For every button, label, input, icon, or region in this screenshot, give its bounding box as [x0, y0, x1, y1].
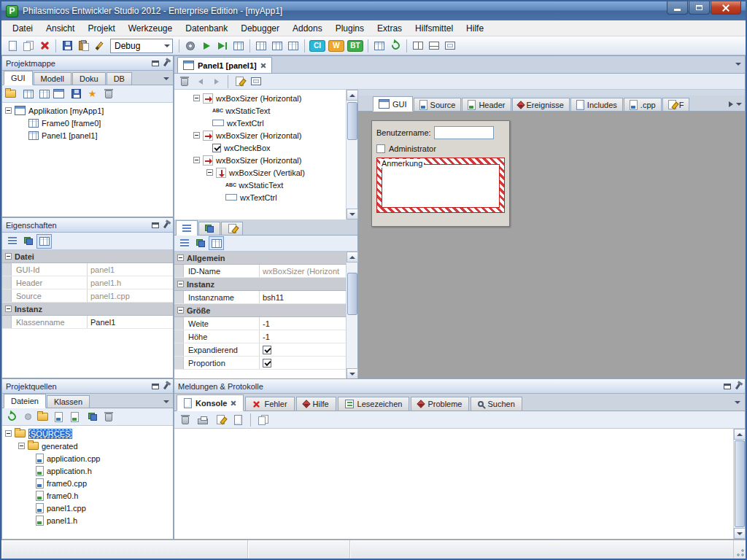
messages-header[interactable]: Meldungen & Protokolle [174, 379, 745, 394]
close-konsole-tab-icon[interactable] [231, 400, 236, 406]
benutzername-input[interactable] [434, 126, 494, 139]
collapse-icon[interactable] [5, 306, 12, 312]
bt-badge-button[interactable]: BT [347, 40, 363, 52]
tab-konsole[interactable]: Konsole [177, 394, 244, 411]
pin-icon[interactable] [163, 222, 169, 228]
sync-button[interactable] [20, 410, 36, 424]
property-value[interactable]: panel1.h [88, 276, 173, 289]
float-panel-icon[interactable] [724, 384, 731, 389]
tree-item-file[interactable]: application.h [2, 464, 173, 477]
widget-item-statictext[interactable]: ABC wxStaticText [174, 104, 346, 117]
property-row-proportion[interactable]: Proportion [174, 357, 346, 370]
tab-gui[interactable]: GUI [4, 71, 33, 85]
pin-icon[interactable] [163, 60, 169, 66]
table-data-button[interactable] [285, 38, 301, 54]
widget-item-statictext[interactable]: ABC wxStaticText [174, 179, 346, 191]
collapse-icon[interactable] [193, 132, 200, 139]
scroll-down-button[interactable] [734, 528, 746, 539]
tab-cpp[interactable]: .cpp [624, 98, 662, 111]
tree-item-file[interactable]: panel1.h [2, 514, 173, 526]
db-table-button[interactable] [371, 38, 387, 54]
tree-item-frame0[interactable]: Frame0 [frame0] [2, 117, 173, 129]
save-button[interactable] [59, 38, 75, 54]
section-instanz[interactable]: Instanz [2, 303, 173, 316]
menu-hilfsmittel[interactable]: Hilfsmittel [409, 21, 460, 36]
debug-config-dropdown[interactable]: Debug [110, 39, 173, 53]
property-row-expandierend[interactable]: Expandierend [174, 343, 346, 357]
menu-projekt[interactable]: Projekt [81, 21, 121, 36]
collapse-icon[interactable] [193, 95, 200, 101]
widget-item-sizer[interactable]: wxBoxSizer (Horizontal) [174, 129, 346, 141]
projektmappe-header[interactable]: Projektmappe [2, 56, 173, 71]
tree-item-sources[interactable]: SOURCES [2, 427, 173, 440]
stop-button[interactable] [231, 38, 247, 54]
menu-werkzeuge[interactable]: Werkzeuge [122, 21, 179, 36]
grid-view-button[interactable] [209, 236, 224, 250]
categorized-view-button[interactable] [4, 234, 20, 249]
float-panel-icon[interactable] [152, 384, 159, 389]
move-down-button[interactable] [209, 74, 224, 88]
anmerkung-area[interactable] [382, 164, 500, 208]
tab-lesezeichen[interactable]: Lesezeichen [338, 397, 410, 411]
new-file-button[interactable] [4, 38, 20, 54]
projektquellen-header[interactable]: Projektquellen [2, 379, 173, 394]
scroll-thumb[interactable] [347, 102, 357, 140]
designer-canvas[interactable]: Benutzername: Administrator Anmerkung [358, 112, 745, 378]
save-log-button[interactable] [230, 413, 246, 427]
print-preview-button[interactable] [212, 413, 228, 427]
table-design-button[interactable] [269, 38, 285, 54]
layout-split-horizontal-button[interactable] [426, 38, 442, 54]
run-button[interactable] [198, 38, 214, 54]
property-row-hoehe[interactable]: Höhe -1 [174, 330, 346, 343]
scroll-down-button[interactable] [347, 368, 358, 379]
property-value[interactable]: bsh11 [260, 291, 346, 303]
resize-grip[interactable] [734, 540, 746, 559]
float-panel-icon[interactable] [152, 222, 159, 228]
grid-view-button[interactable] [36, 234, 52, 249]
property-row-instanzname[interactable]: Instanzname bsh11 [174, 291, 346, 304]
menu-datei[interactable]: Datei [6, 21, 39, 36]
scroll-down-button[interactable] [347, 209, 358, 219]
prop-grid-scrollbar[interactable] [346, 252, 357, 379]
tree-item-file[interactable]: application.cpp [2, 452, 173, 464]
property-row-header[interactable]: Header panel1.h [2, 276, 173, 289]
scroll-up-button[interactable] [347, 252, 358, 262]
eigenschaften-header[interactable]: Eigenschaften [2, 218, 173, 233]
favorite-button[interactable]: ★ [85, 87, 100, 101]
console-output[interactable] [174, 429, 733, 539]
menu-ansicht[interactable]: Ansicht [39, 21, 81, 36]
select-frame-button[interactable] [248, 74, 263, 88]
maximize-button[interactable] [689, 1, 710, 15]
tab-overflow-chevron[interactable] [736, 103, 742, 106]
add-table-button[interactable] [20, 87, 36, 101]
collapse-icon[interactable] [193, 157, 200, 163]
scroll-track[interactable] [347, 101, 358, 209]
tree-item-generated[interactable]: generated [2, 440, 173, 452]
tree-item-applikation[interactable]: Applikation [myApp1] [2, 104, 173, 117]
menu-debugger[interactable]: Debugger [234, 21, 286, 36]
new-header-button[interactable] [69, 410, 84, 424]
menu-addons[interactable]: Addons [286, 21, 329, 36]
close-file-button[interactable] [36, 38, 53, 54]
scroll-thumb[interactable] [347, 273, 357, 315]
new-folder-button[interactable] [4, 87, 20, 101]
collapse-icon[interactable] [18, 443, 25, 449]
document-tab-panel1[interactable]: Panel1 [panel1] [177, 57, 272, 73]
collapse-icon[interactable] [5, 430, 12, 437]
open-folder-button[interactable] [36, 410, 52, 424]
property-value[interactable]: wxBoxSizer (Horizont [260, 265, 346, 277]
ci-badge-button[interactable]: CI [309, 40, 325, 52]
tab-overflow-chevron[interactable] [163, 77, 169, 80]
widget-properties-button[interactable] [232, 74, 247, 88]
alphabetical-view-button[interactable] [20, 234, 36, 249]
collapse-icon[interactable] [177, 281, 184, 287]
delete-widget-button[interactable] [177, 74, 192, 88]
prop-tab-bindings[interactable] [198, 222, 220, 235]
anmerkung-sizer[interactable]: Anmerkung [376, 158, 505, 213]
alphabetical-view-button[interactable] [193, 236, 208, 250]
tab-probleme[interactable]: Probleme [411, 397, 469, 411]
layout-frame-button[interactable] [442, 38, 458, 54]
categorized-view-button[interactable] [177, 236, 192, 250]
tab-header[interactable]: Header [462, 98, 511, 111]
tab-dateien[interactable]: Dateien [4, 394, 46, 408]
